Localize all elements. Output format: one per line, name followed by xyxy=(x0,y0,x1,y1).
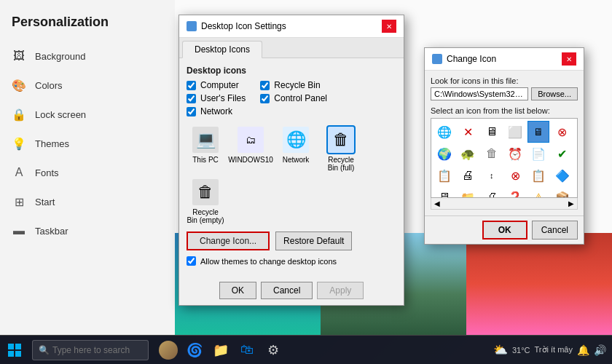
icon-cell-9[interactable]: 🗑 xyxy=(482,143,502,164)
taskbar-search-input[interactable] xyxy=(52,345,140,355)
file-path-display: C:\Windows\System32\imageres.dll xyxy=(431,87,528,100)
dialog-ok-button[interactable]: OK xyxy=(219,282,256,299)
change-icon-footer: OK Cancel xyxy=(425,215,584,244)
icon-cell-6[interactable]: ⊗ xyxy=(552,122,573,142)
icon-network-img: 🌐 xyxy=(283,127,309,153)
sidebar-item-colors[interactable]: 🎨 Colors xyxy=(0,71,175,100)
volume-icon[interactable]: 🔊 xyxy=(594,344,606,356)
scroll-right[interactable]: ▶ xyxy=(568,199,574,207)
icon-cell-22[interactable]: ❓ xyxy=(505,187,525,198)
checkbox-network[interactable]: Network xyxy=(187,106,246,116)
checkbox-users-files[interactable]: User's Files xyxy=(187,93,246,103)
sidebar-item-taskbar-label: Taskbar xyxy=(35,226,68,237)
checkbox-recycle-bin[interactable]: Recycle Bin xyxy=(260,80,327,90)
allow-themes-row: Allow themes to change desktop icons xyxy=(187,256,396,266)
checkbox-network-input[interactable] xyxy=(187,107,196,116)
icon-cell-23[interactable]: ⚠ xyxy=(528,187,549,198)
icon-network[interactable]: 🌐 Network xyxy=(277,127,315,172)
weather-text: Trời ít mây xyxy=(535,345,573,355)
icon-cell-8[interactable]: 🐢 xyxy=(458,143,478,164)
checkbox-network-label: Network xyxy=(200,106,232,116)
browse-button[interactable]: Browse... xyxy=(531,87,578,100)
icon-cell-13[interactable]: 📋 xyxy=(434,165,455,186)
icon-cell-24[interactable]: 📦 xyxy=(552,187,573,198)
checkbox-control-panel-input[interactable] xyxy=(260,94,270,103)
dialog-titlebar: Desktop Icon Settings ✕ xyxy=(179,15,404,38)
icon-recycle-full[interactable]: 🗑 Recycle Bin (full) xyxy=(322,127,360,172)
checkbox-computer-input[interactable] xyxy=(187,81,196,90)
icon-cell-17[interactable]: 📋 xyxy=(528,165,549,186)
icon-cell-1[interactable]: 🌐 xyxy=(434,122,455,142)
icon-cell-18[interactable]: 🔷 xyxy=(552,165,573,186)
change-icon-title-text: Change Icon xyxy=(447,54,496,64)
change-icon-title-left: Change Icon xyxy=(432,54,496,64)
store-icon: 🛍 xyxy=(240,342,254,357)
icon-cell-19[interactable]: 🖥 xyxy=(434,187,455,198)
dialog-title-icon xyxy=(187,21,197,31)
tab-desktop-icons[interactable]: Desktop Icons xyxy=(182,41,262,58)
icon-cell-7[interactable]: 🌍 xyxy=(434,143,455,164)
icon-cell-16[interactable]: ⊗ xyxy=(505,165,525,186)
icon-recycle-empty-label: Recycle Bin (empty) xyxy=(187,208,224,224)
taskbar-edge-icon[interactable]: 🌀 xyxy=(184,336,205,364)
sidebar-item-start-label: Start xyxy=(35,197,55,207)
icon-recycle-full-img: 🗑 xyxy=(328,127,354,153)
taskbar-folder-icon[interactable]: 📁 xyxy=(210,336,232,364)
icon-cell-20[interactable]: 📁 xyxy=(458,187,478,198)
sidebar-item-themes[interactable]: 💡 Themes xyxy=(0,129,175,158)
taskbar-avatar-icon[interactable] xyxy=(157,336,179,364)
windows-logo xyxy=(8,344,21,357)
sidebar-item-background[interactable]: 🖼 Background xyxy=(0,41,175,71)
sidebar-item-colors-label: Colors xyxy=(35,80,63,91)
taskbar-right: ⛅ 31°C Trời ít mây 🔔 🔊 xyxy=(493,343,612,357)
dialog-apply-button[interactable]: Apply xyxy=(317,282,364,299)
icon-windows10[interactable]: 🗂 WINDOWS10 xyxy=(232,127,270,172)
taskbar-search-box[interactable]: 🔍 xyxy=(32,340,149,360)
colors-icon: 🎨 xyxy=(12,78,26,92)
taskbar-settings-icon[interactable]: ⚙ xyxy=(262,336,284,364)
change-icon-ok-button[interactable]: OK xyxy=(482,221,527,240)
checkbox-computer[interactable]: Computer xyxy=(187,80,246,90)
change-icon-cancel-button[interactable]: Cancel xyxy=(532,221,578,240)
sidebar-item-lock-screen[interactable]: 🔒 Lock screen xyxy=(0,100,175,129)
icon-cell-21[interactable]: 🖨 xyxy=(482,187,502,198)
dialog-close-button[interactable]: ✕ xyxy=(382,20,396,33)
icon-cell-10[interactable]: ⏰ xyxy=(505,143,525,164)
taskbar-icons: 🌀 📁 🛍 ⚙ xyxy=(157,336,284,364)
checkbox-recycle-bin-input[interactable] xyxy=(260,81,270,90)
icon-cell-12[interactable]: ✔ xyxy=(552,143,573,164)
icon-cell-15[interactable]: ↕ xyxy=(482,165,502,186)
folder-icon: 📁 xyxy=(213,342,229,358)
icon-cell-3[interactable]: 🖥 xyxy=(482,122,502,142)
icon-cell-4[interactable]: ⬜ xyxy=(505,122,525,142)
scroll-left[interactable]: ◀ xyxy=(434,199,440,207)
notification-icon[interactable]: 🔔 xyxy=(577,344,589,356)
checkbox-users-files-input[interactable] xyxy=(187,94,196,103)
icon-cell-14[interactable]: 🖨 xyxy=(458,165,478,186)
dialog-cancel-button[interactable]: Cancel xyxy=(261,282,313,299)
icon-recycle-empty-img: 🗑 xyxy=(192,179,219,205)
restore-default-button[interactable]: Restore Default xyxy=(275,232,352,250)
change-icon-close-button[interactable]: ✕ xyxy=(562,52,576,66)
sidebar-item-taskbar[interactable]: ▬ Taskbar xyxy=(0,216,175,245)
icon-network-label: Network xyxy=(283,156,310,164)
allow-themes-checkbox[interactable] xyxy=(187,256,196,266)
settings-gear-icon: ⚙ xyxy=(267,342,279,358)
file-row: C:\Windows\System32\imageres.dll Browse.… xyxy=(431,87,578,100)
icon-recycle-empty[interactable]: 🗑 Recycle Bin (empty) xyxy=(187,179,224,224)
search-icon: 🔍 xyxy=(39,345,50,355)
taskbar-store-icon[interactable]: 🛍 xyxy=(236,336,258,364)
checkbox-control-panel[interactable]: Control Panel xyxy=(260,93,327,103)
scroll-info xyxy=(501,200,508,207)
icon-cell-2[interactable]: ✕ xyxy=(458,122,478,142)
icon-recycle-full-label: Recycle Bin (full) xyxy=(322,156,360,172)
taskbar: 🔍 🌀 📁 🛍 ⚙ ⛅ 31°C Trời ít mây 🔔 🔊 xyxy=(0,335,612,364)
change-icon-button[interactable]: Change Icon... xyxy=(187,232,270,250)
icon-cell-5[interactable]: 🖥 xyxy=(528,122,549,142)
icon-this-pc[interactable]: 💻 This PC xyxy=(187,127,224,172)
start-button[interactable] xyxy=(0,336,29,365)
icon-cell-11[interactable]: 📄 xyxy=(528,143,549,164)
sidebar-item-fonts[interactable]: A Fonts xyxy=(0,158,175,187)
sidebar-item-start[interactable]: ⊞ Start xyxy=(0,187,175,216)
allow-themes-label: Allow themes to change desktop icons xyxy=(200,257,337,266)
